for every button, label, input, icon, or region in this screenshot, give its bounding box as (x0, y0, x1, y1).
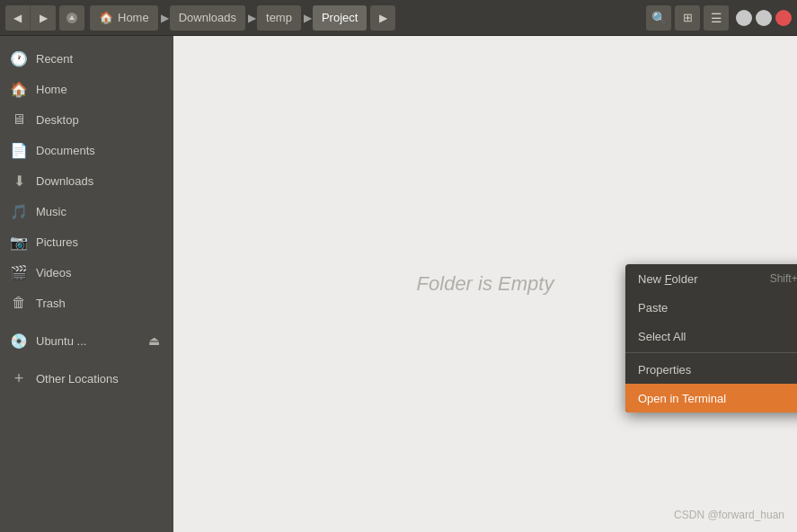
ctx-properties-label: Properties (638, 363, 691, 377)
titlebar-right: 🔍 ⊞ ☰ (646, 5, 792, 31)
breadcrumb-downloads[interactable]: Downloads (170, 5, 245, 31)
sidebar-item-recent[interactable]: 🕐 Recent (0, 43, 173, 74)
home-sidebar-icon: 🏠 (11, 81, 27, 97)
menu-icon: ☰ (711, 11, 722, 25)
sidebar-item-ubuntu[interactable]: 💿 Ubuntu ... ⏏ (0, 325, 173, 356)
breadcrumbs: 🏠 Home ▶ Downloads ▶ temp ▶ Project ▶ (90, 5, 642, 31)
breadcrumb-sep-2: ▶ (248, 12, 256, 24)
sidebar-label-home: Home (36, 83, 163, 96)
ctx-new-folder-shortcut: Shift+Ctrl+N (770, 272, 797, 285)
ctx-select-all-label: Select All (638, 330, 686, 343)
content-area[interactable]: Folder is Empty CSDN @forward_huan New F… (173, 36, 797, 532)
sidebar-label-desktop: Desktop (36, 113, 163, 127)
ctx-select-all[interactable]: Select All Ctrl+A (625, 322, 797, 350)
back-button[interactable]: ◀ (5, 5, 31, 31)
ctx-properties[interactable]: Properties Ctrl+I (625, 355, 797, 384)
window-controls (736, 10, 792, 26)
up-icon (66, 12, 78, 24)
recent-icon: 🕐 (11, 50, 27, 66)
sidebar-label-other-locations: Other Locations (36, 372, 163, 386)
up-button[interactable] (59, 5, 84, 31)
nav-group: ◀ ▶ (5, 5, 56, 31)
ctx-paste-label: Paste (638, 301, 668, 315)
pictures-icon: 📷 (11, 234, 27, 250)
sidebar-item-downloads[interactable]: ⬇ Downloads (0, 165, 173, 196)
sidebar-label-documents: Documents (36, 144, 163, 157)
sidebar-item-pictures[interactable]: 📷 Pictures (0, 226, 173, 257)
documents-icon: 📄 (11, 142, 27, 158)
sidebar-label-ubuntu: Ubuntu ... (36, 334, 136, 348)
close-button[interactable] (775, 10, 792, 26)
sidebar-item-documents[interactable]: 📄 Documents (0, 135, 173, 165)
view-toggle-button[interactable]: ⊞ (675, 5, 700, 31)
ctx-open-terminal[interactable]: Open in Terminal (625, 384, 797, 412)
titlebar: ◀ ▶ 🏠 Home ▶ Downloads ▶ temp ▶ Project … (0, 0, 797, 36)
trash-icon: 🗑 (11, 295, 27, 311)
ctx-separator-1 (625, 352, 797, 353)
menu-button[interactable]: ☰ (704, 5, 729, 31)
breadcrumb-home-label: Home (118, 11, 149, 24)
breadcrumb-project-label: Project (322, 11, 358, 24)
eject-icon[interactable]: ⏏ (145, 332, 163, 350)
add-icon: + (11, 370, 27, 386)
main-layout: 🕐 Recent 🏠 Home 🖥 Desktop 📄 Documents ⬇ … (0, 36, 797, 532)
sidebar-label-recent: Recent (36, 52, 163, 66)
breadcrumb-sep-3: ▶ (304, 12, 312, 24)
search-icon: 🔍 (651, 11, 667, 25)
breadcrumb-temp[interactable]: temp (257, 5, 301, 31)
sidebar-item-home[interactable]: 🏠 Home (0, 74, 173, 104)
ctx-new-folder-label: New Folder (638, 272, 698, 286)
maximize-button[interactable] (756, 10, 772, 26)
videos-icon: 🎬 (11, 264, 27, 280)
desktop-icon: 🖥 (11, 111, 27, 128)
home-icon: 🏠 (99, 11, 113, 24)
breadcrumb-temp-label: temp (266, 11, 292, 24)
search-button[interactable]: 🔍 (646, 5, 671, 31)
ubuntu-icon: 💿 (11, 332, 27, 349)
sidebar-item-desktop[interactable]: 🖥 Desktop (0, 104, 173, 135)
sidebar-label-music: Music (36, 205, 163, 218)
sidebar-label-videos: Videos (36, 266, 163, 279)
breadcrumb-home[interactable]: 🏠 Home (90, 5, 158, 31)
ctx-paste[interactable]: Paste Ctrl+V (625, 293, 797, 322)
downloads-icon: ⬇ (11, 173, 27, 189)
breadcrumb-sep-1: ▶ (161, 12, 169, 24)
sidebar-item-music[interactable]: 🎵 Music (0, 196, 173, 226)
view-icon: ⊞ (683, 11, 693, 24)
watermark-text: CSDN @forward_huan (674, 509, 784, 521)
watermark: CSDN @forward_huan (674, 509, 784, 521)
sidebar-item-videos[interactable]: 🎬 Videos (0, 257, 173, 288)
minimize-button[interactable] (736, 10, 752, 26)
empty-folder-hint: Folder is Empty (417, 272, 554, 296)
sidebar-item-trash[interactable]: 🗑 Trash (0, 288, 173, 318)
sidebar-label-downloads: Downloads (36, 174, 163, 188)
sidebar: 🕐 Recent 🏠 Home 🖥 Desktop 📄 Documents ⬇ … (0, 36, 173, 532)
ctx-new-folder[interactable]: New Folder Shift+Ctrl+N (625, 264, 797, 293)
sidebar-item-other-locations[interactable]: + Other Locations (0, 363, 173, 394)
sidebar-label-pictures: Pictures (36, 235, 163, 249)
forward-button[interactable]: ▶ (31, 5, 56, 31)
ctx-open-terminal-label: Open in Terminal (638, 392, 726, 405)
breadcrumb-more-button[interactable]: ▶ (370, 5, 395, 31)
music-icon: 🎵 (11, 203, 27, 219)
breadcrumb-downloads-label: Downloads (179, 11, 236, 24)
sidebar-label-trash: Trash (36, 297, 163, 310)
empty-text: Folder is Empty (417, 272, 554, 295)
context-menu: New Folder Shift+Ctrl+N Paste Ctrl+V Sel… (625, 264, 797, 412)
breadcrumb-project[interactable]: Project (313, 5, 367, 31)
